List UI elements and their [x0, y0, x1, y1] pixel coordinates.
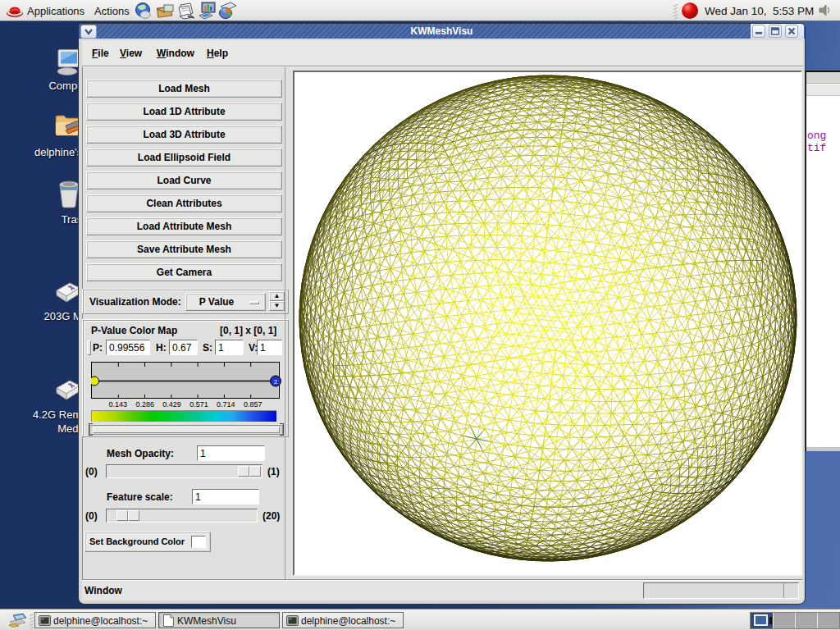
svg-text:2: 2	[274, 378, 278, 386]
